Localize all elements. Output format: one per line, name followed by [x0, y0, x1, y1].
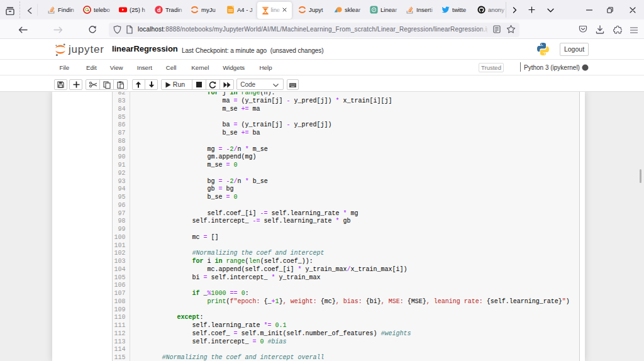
svg-text:d: d: [157, 7, 161, 13]
